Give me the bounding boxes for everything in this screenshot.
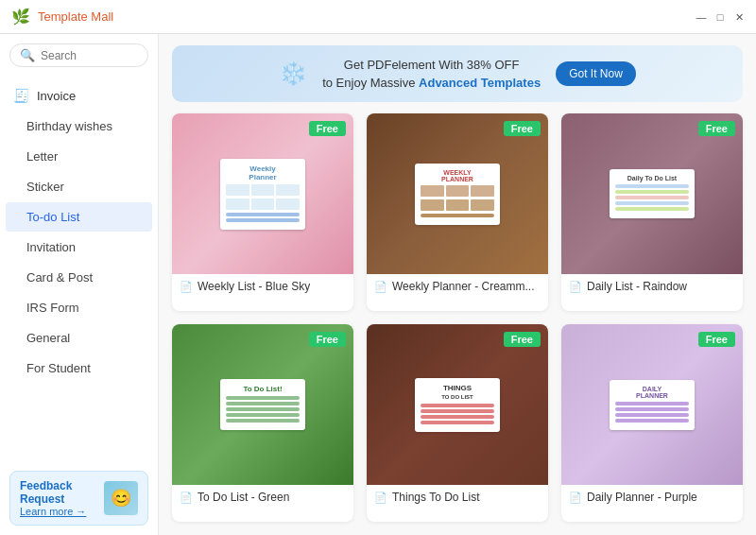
sidebar-item-birthday[interactable]: Birthday wishes bbox=[6, 112, 152, 141]
close-button[interactable]: ✕ bbox=[733, 11, 745, 23]
card-footer: 📄 Daily Planner - Purple bbox=[561, 485, 743, 509]
card-title: Daily List - Raindow bbox=[587, 280, 687, 293]
free-badge: Free bbox=[504, 121, 541, 136]
search-box[interactable]: 🔍 bbox=[9, 43, 148, 67]
template-preview: DAILYPLANNER bbox=[610, 380, 695, 430]
file-icon: 📄 bbox=[374, 492, 387, 504]
template-preview: THINGSTO DO LIST bbox=[415, 378, 500, 432]
window-controls: — □ ✕ bbox=[696, 11, 745, 23]
card-image: Free To Do List! bbox=[172, 324, 353, 485]
template-card[interactable]: Free Daily To Do List 📄 Daily List - Rai… bbox=[561, 113, 743, 311]
file-icon: 📄 bbox=[374, 281, 387, 293]
banner-text: Get PDFelement With 38% OFF to Enjoy Mas… bbox=[322, 56, 541, 93]
banner-cta-button[interactable]: Got It Now bbox=[556, 61, 636, 86]
card-footer: 📄 Weekly List - Blue Sky bbox=[172, 274, 353, 299]
title-bar: 🌿 Template Mall — □ ✕ bbox=[0, 0, 756, 34]
banner-decoration: ❄️ bbox=[279, 60, 307, 87]
card-title: Weekly List - Blue Sky bbox=[198, 280, 310, 293]
feedback-image: 😊 bbox=[104, 481, 138, 515]
sidebar-item-invoice[interactable]: 🧾 Invoice bbox=[0, 80, 158, 111]
file-icon: 📄 bbox=[180, 281, 193, 293]
template-preview: WEEKLYPLANNER bbox=[415, 164, 500, 225]
template-preview: To Do List! bbox=[220, 379, 305, 430]
sidebar-item-student[interactable]: For Student bbox=[6, 354, 152, 383]
template-preview: Daily To Do List bbox=[610, 169, 695, 218]
free-badge: Free bbox=[698, 121, 735, 136]
free-badge: Free bbox=[698, 332, 735, 347]
app-title: Template Mall bbox=[38, 9, 113, 24]
card-title: To Do List - Green bbox=[198, 491, 289, 504]
card-footer: 📄 Weekly Planner - Creamm... bbox=[367, 274, 548, 299]
app-icon: 🌿 bbox=[11, 8, 30, 26]
search-icon: 🔍 bbox=[20, 48, 35, 62]
sidebar-item-card[interactable]: Card & Post bbox=[6, 263, 152, 292]
template-preview: WeeklyPlanner bbox=[220, 159, 305, 230]
content-area: ❄️ Get PDFelement With 38% OFF to Enjoy … bbox=[159, 34, 756, 535]
minimize-button[interactable]: — bbox=[696, 11, 707, 23]
sidebar-item-todo[interactable]: To-do List bbox=[6, 202, 152, 232]
card-footer: 📄 To Do List - Green bbox=[172, 485, 353, 509]
feedback-box[interactable]: Feedback Request Learn more → 😊 bbox=[9, 471, 148, 526]
sidebar-item-letter[interactable]: Letter bbox=[6, 142, 152, 171]
card-image: Free Daily To Do List bbox=[561, 113, 743, 274]
sidebar: 🔍 🧾 Invoice Birthday wishes Letter Stick… bbox=[0, 34, 159, 535]
free-badge: Free bbox=[309, 121, 346, 136]
card-footer: 📄 Daily List - Raindow bbox=[561, 274, 743, 299]
template-card[interactable]: Free WeeklyPlanner 📄 Weekly List - Blue … bbox=[172, 113, 353, 311]
search-input[interactable] bbox=[41, 49, 138, 62]
promo-banner: ❄️ Get PDFelement With 38% OFF to Enjoy … bbox=[172, 45, 743, 102]
feedback-link[interactable]: Learn more → bbox=[20, 506, 98, 517]
free-badge: Free bbox=[504, 332, 541, 347]
card-image: Free WEEKLYPLANNER bbox=[367, 113, 548, 274]
template-card[interactable]: Free WEEKLYPLANNER 📄 Weekly Planner - Cr… bbox=[367, 113, 548, 311]
file-icon: 📄 bbox=[569, 492, 582, 504]
template-grid: Free WeeklyPlanner 📄 Weekly List - Blue … bbox=[159, 110, 756, 535]
sidebar-item-general[interactable]: General bbox=[6, 323, 152, 353]
file-icon: 📄 bbox=[569, 281, 582, 293]
sidebar-item-irs[interactable]: IRS Form bbox=[6, 293, 152, 322]
sidebar-item-label: Invoice bbox=[37, 89, 76, 103]
maximize-button[interactable]: □ bbox=[714, 11, 726, 23]
template-card[interactable]: Free DAILYPLANNER 📄 Daily Planner - Purp… bbox=[561, 324, 743, 522]
card-image: Free DAILYPLANNER bbox=[561, 324, 743, 485]
card-image: Free THINGSTO DO LIST bbox=[367, 324, 548, 485]
file-icon: 📄 bbox=[180, 492, 193, 504]
card-image: Free WeeklyPlanner bbox=[172, 113, 353, 274]
sidebar-nav: 🧾 Invoice Birthday wishes Letter Sticker… bbox=[0, 77, 158, 461]
card-title: Weekly Planner - Creamm... bbox=[392, 280, 535, 293]
sidebar-item-invitation[interactable]: Invitation bbox=[6, 233, 152, 262]
card-footer: 📄 Things To Do List bbox=[367, 485, 548, 509]
template-card[interactable]: Free To Do List! 📄 To Do List - Green bbox=[172, 324, 353, 522]
card-title: Things To Do List bbox=[392, 491, 480, 504]
template-card[interactable]: Free THINGSTO DO LIST 📄 Things To Do Lis… bbox=[367, 324, 548, 522]
sidebar-item-sticker[interactable]: Sticker bbox=[6, 172, 152, 201]
free-badge: Free bbox=[309, 332, 346, 347]
invoice-icon: 🧾 bbox=[13, 88, 29, 103]
feedback-title: Feedback Request bbox=[20, 479, 98, 506]
card-title: Daily Planner - Purple bbox=[587, 491, 697, 504]
